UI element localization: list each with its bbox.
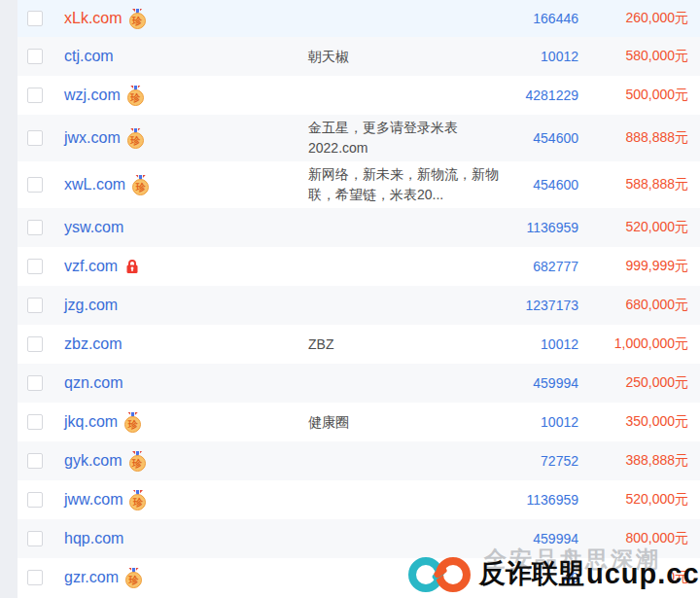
- domain-link[interactable]: ysw.com: [64, 219, 123, 236]
- table-row: jww.com珍1136959520,000元: [18, 480, 700, 519]
- visits-count: 459994: [503, 531, 578, 546]
- precious-medal-icon: 珍: [129, 9, 147, 29]
- domain-cell: jwx.com珍: [64, 128, 308, 149]
- visits-count: 10012: [503, 49, 578, 64]
- domain-description: 朝天椒: [308, 47, 503, 67]
- price-label: 580,000元: [578, 48, 688, 65]
- domain-cell: wzj.com珍: [64, 86, 308, 106]
- domain-cell: jzg.com: [64, 297, 308, 314]
- domain-cell: ysw.com: [64, 219, 308, 236]
- medal-coin: 珍: [124, 416, 141, 433]
- table-row: ysw.com1136959520,000元: [18, 208, 700, 247]
- domain-link[interactable]: wzj.com: [64, 87, 121, 104]
- table-row: vzf.com682777999,999元: [18, 247, 700, 286]
- table-row: xLk.com珍166446260,000元: [18, 0, 700, 37]
- table-row: hqp.com459994800,000元: [18, 519, 700, 558]
- visits-count: 1136959: [503, 220, 578, 235]
- row-checkbox[interactable]: [27, 570, 43, 585]
- row-checkbox[interactable]: [27, 220, 43, 235]
- domain-link[interactable]: gyk.com: [64, 452, 122, 470]
- domain-link[interactable]: vzf.com: [64, 258, 118, 275]
- medal-coin: 珍: [127, 132, 144, 149]
- visits-count: 454600: [503, 130, 578, 146]
- visits-count: 10012: [503, 414, 578, 430]
- visits-count: 40: [503, 570, 578, 585]
- domain-description: ZBZ: [308, 334, 503, 355]
- price-label: 888,888元: [578, 129, 688, 147]
- domain-cell: hqp.com: [64, 530, 308, 547]
- domain-cell: vzf.com: [64, 258, 308, 275]
- row-checkbox[interactable]: [27, 49, 43, 64]
- table-row: jwx.com珍金五星，更多请登录米表2022.com454600888,888…: [18, 115, 700, 161]
- domain-cell: ctj.com: [64, 48, 308, 65]
- domain-link[interactable]: xLk.com: [64, 10, 122, 27]
- table-row: xwL.com珍新网络，新未来，新物流，新物联，希望链，米表20...45460…: [18, 161, 700, 208]
- price-label: 260,000元: [578, 10, 688, 27]
- domain-link[interactable]: xwL.com: [64, 176, 125, 193]
- row-checkbox[interactable]: [27, 259, 43, 274]
- domain-cell: jww.com珍: [64, 490, 308, 510]
- row-checkbox[interactable]: [27, 298, 43, 313]
- medal-coin: 珍: [129, 494, 146, 510]
- visits-count: 4281229: [503, 88, 578, 103]
- row-checkbox[interactable]: [27, 11, 43, 26]
- row-checkbox[interactable]: [27, 130, 43, 146]
- visits-count: 682777: [503, 259, 578, 274]
- visits-count: 1136959: [503, 492, 578, 508]
- domain-cell: xLk.com珍: [64, 9, 308, 29]
- price-label: 800,000元: [578, 530, 688, 547]
- table-row: wzj.com珍4281229500,000元: [18, 76, 700, 115]
- domain-cell: jkq.com珍: [64, 412, 308, 433]
- domain-link[interactable]: jzg.com: [64, 297, 118, 314]
- price-label: 999,999元: [578, 258, 688, 275]
- row-checkbox[interactable]: [27, 375, 43, 391]
- domain-link[interactable]: jkq.com: [64, 413, 118, 431]
- row-checkbox[interactable]: [27, 336, 43, 352]
- domain-link[interactable]: jww.com: [64, 491, 122, 509]
- domain-link[interactable]: hqp.com: [64, 530, 123, 547]
- price-label: 500,000元: [578, 87, 688, 104]
- price-label: 350,000元: [578, 413, 688, 431]
- price-label: 250,000元: [578, 374, 688, 392]
- domain-link[interactable]: jwx.com: [64, 129, 121, 147]
- domain-description: 金五星，更多请登录米表2022.com: [308, 118, 503, 158]
- domain-description: 健康圈: [308, 412, 503, 433]
- table-row: gyk.com珍72752388,888元: [18, 441, 700, 480]
- precious-medal-icon: 珍: [125, 568, 143, 588]
- precious-medal-icon: 珍: [132, 175, 150, 195]
- left-gutter: [0, 0, 18, 598]
- table-row: ctj.com朝天椒10012580,000元: [18, 37, 700, 76]
- precious-medal-icon: 珍: [127, 86, 145, 106]
- row-checkbox[interactable]: [27, 492, 43, 508]
- price-label: 0元: [578, 569, 688, 586]
- domain-link[interactable]: zbz.com: [64, 335, 122, 353]
- domain-description: 新网络，新未来，新物流，新物联，希望链，米表20...: [308, 164, 503, 205]
- row-checkbox[interactable]: [27, 531, 43, 546]
- table-row: qzn.com459994250,000元: [18, 364, 700, 403]
- row-checkbox[interactable]: [27, 414, 43, 430]
- row-checkbox[interactable]: [27, 453, 43, 469]
- price-label: 520,000元: [578, 491, 688, 509]
- visits-count: 459994: [503, 375, 578, 391]
- domain-link[interactable]: gzr.com: [64, 569, 119, 586]
- price-label: 588,888元: [578, 176, 688, 193]
- domain-link[interactable]: ctj.com: [64, 48, 114, 65]
- domain-cell: zbz.com: [64, 335, 308, 353]
- table-row: jzg.com1237173680,000元: [18, 286, 700, 325]
- row-checkbox[interactable]: [27, 177, 43, 193]
- medal-coin: 珍: [129, 455, 146, 472]
- precious-medal-icon: 珍: [124, 412, 142, 433]
- lock-icon: [125, 259, 139, 274]
- table-row: jkq.com珍健康圈10012350,000元: [18, 403, 700, 441]
- precious-medal-icon: 珍: [129, 451, 147, 472]
- price-label: 1,000,000元: [578, 335, 688, 353]
- domain-cell: gyk.com珍: [64, 451, 308, 472]
- medal-coin: 珍: [125, 572, 142, 588]
- domain-cell: gzr.com珍: [64, 568, 308, 588]
- row-checkbox[interactable]: [27, 88, 43, 103]
- domain-cell: xwL.com珍: [64, 175, 308, 195]
- precious-medal-icon: 珍: [127, 128, 145, 149]
- precious-medal-icon: 珍: [129, 490, 147, 510]
- medal-coin: 珍: [129, 13, 146, 29]
- domain-link[interactable]: qzn.com: [64, 374, 122, 392]
